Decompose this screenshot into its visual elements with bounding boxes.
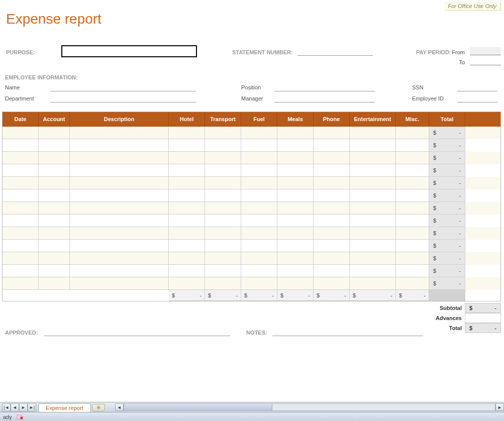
cell-fuel[interactable] xyxy=(241,227,277,240)
from-input[interactable] xyxy=(470,47,501,55)
manager-input[interactable] xyxy=(274,95,375,102)
cell-hotel[interactable] xyxy=(169,139,205,152)
nav-last-icon[interactable]: ►| xyxy=(28,403,36,411)
cell-date[interactable] xyxy=(3,265,39,277)
cell-entertainment[interactable] xyxy=(350,164,396,177)
cell-entertainment[interactable] xyxy=(350,277,396,290)
cell-hotel[interactable] xyxy=(169,189,205,202)
cell-fuel[interactable] xyxy=(241,252,277,265)
sheet-tab-expense-report[interactable]: Expense report xyxy=(38,403,91,412)
cell-transport[interactable] xyxy=(205,152,241,164)
cell-transport[interactable] xyxy=(205,139,241,152)
cell-meals[interactable] xyxy=(277,164,314,177)
cell-fuel[interactable] xyxy=(241,152,277,164)
cell-entertainment[interactable] xyxy=(350,215,396,227)
cell-misc[interactable] xyxy=(396,202,429,215)
cell-account[interactable] xyxy=(39,252,70,265)
cell-fuel[interactable] xyxy=(241,139,277,152)
cell-date[interactable] xyxy=(3,152,39,164)
cell-misc[interactable] xyxy=(396,252,429,265)
cell-misc[interactable] xyxy=(396,277,429,290)
cell-phone[interactable] xyxy=(314,139,350,152)
cell-meals[interactable] xyxy=(277,252,314,265)
cell-entertainment[interactable] xyxy=(350,265,396,277)
cell-phone[interactable] xyxy=(314,215,350,227)
ssn-input[interactable] xyxy=(457,84,497,91)
cell-phone[interactable] xyxy=(314,127,350,139)
cell-fuel[interactable] xyxy=(241,164,277,177)
macro-record-icon[interactable] xyxy=(16,413,24,420)
cell-hotel[interactable] xyxy=(169,265,205,277)
cell-transport[interactable] xyxy=(205,277,241,290)
cell-fuel[interactable] xyxy=(241,277,277,290)
cell-meals[interactable] xyxy=(277,227,314,240)
cell-phone[interactable] xyxy=(314,265,350,277)
cell-hotel[interactable] xyxy=(169,277,205,290)
cell-hotel[interactable] xyxy=(169,164,205,177)
cell-entertainment[interactable] xyxy=(350,139,396,152)
cell-hotel[interactable] xyxy=(169,240,205,252)
cell-hotel[interactable] xyxy=(169,215,205,227)
cell-description[interactable] xyxy=(70,265,169,277)
cell-description[interactable] xyxy=(70,202,169,215)
cell-entertainment[interactable] xyxy=(350,127,396,139)
hscroll-track[interactable] xyxy=(124,403,495,411)
cell-date[interactable] xyxy=(3,240,39,252)
cell-phone[interactable] xyxy=(314,189,350,202)
cell-entertainment[interactable] xyxy=(350,202,396,215)
cell-fuel[interactable] xyxy=(241,127,277,139)
cell-date[interactable] xyxy=(3,189,39,202)
advances-input[interactable] xyxy=(465,313,501,323)
cell-entertainment[interactable] xyxy=(350,240,396,252)
name-input[interactable] xyxy=(50,84,196,91)
cell-phone[interactable] xyxy=(314,202,350,215)
cell-misc[interactable] xyxy=(396,164,429,177)
cell-meals[interactable] xyxy=(277,177,314,189)
cell-transport[interactable] xyxy=(205,265,241,277)
cell-account[interactable] xyxy=(39,177,70,189)
hscroll-left-icon[interactable]: ◄ xyxy=(115,403,124,411)
cell-misc[interactable] xyxy=(396,152,429,164)
cell-fuel[interactable] xyxy=(241,265,277,277)
cell-misc[interactable] xyxy=(396,139,429,152)
cell-transport[interactable] xyxy=(205,252,241,265)
to-input[interactable] xyxy=(470,57,501,65)
cell-description[interactable] xyxy=(70,189,169,202)
cell-fuel[interactable] xyxy=(241,177,277,189)
cell-description[interactable] xyxy=(70,215,169,227)
cell-entertainment[interactable] xyxy=(350,252,396,265)
cell-description[interactable] xyxy=(70,177,169,189)
cell-date[interactable] xyxy=(3,164,39,177)
cell-meals[interactable] xyxy=(277,127,314,139)
cell-hotel[interactable] xyxy=(169,127,205,139)
cell-account[interactable] xyxy=(39,277,70,290)
cell-account[interactable] xyxy=(39,240,70,252)
cell-phone[interactable] xyxy=(314,152,350,164)
cell-meals[interactable] xyxy=(277,152,314,164)
statement-number-input[interactable] xyxy=(297,55,373,56)
position-input[interactable] xyxy=(274,84,375,91)
cell-transport[interactable] xyxy=(205,215,241,227)
cell-transport[interactable] xyxy=(205,177,241,189)
cell-date[interactable] xyxy=(3,277,39,290)
cell-transport[interactable] xyxy=(205,227,241,240)
cell-hotel[interactable] xyxy=(169,227,205,240)
cell-date[interactable] xyxy=(3,202,39,215)
cell-meals[interactable] xyxy=(277,265,314,277)
cell-date[interactable] xyxy=(3,177,39,189)
cell-entertainment[interactable] xyxy=(350,177,396,189)
cell-transport[interactable] xyxy=(205,240,241,252)
cell-fuel[interactable] xyxy=(241,240,277,252)
cell-entertainment[interactable] xyxy=(350,227,396,240)
cell-date[interactable] xyxy=(3,139,39,152)
cell-hotel[interactable] xyxy=(169,202,205,215)
cell-account[interactable] xyxy=(39,164,70,177)
cell-description[interactable] xyxy=(70,240,169,252)
cell-date[interactable] xyxy=(3,215,39,227)
cell-account[interactable] xyxy=(39,265,70,277)
cell-transport[interactable] xyxy=(205,127,241,139)
cell-description[interactable] xyxy=(70,139,169,152)
employee-id-input[interactable] xyxy=(457,95,497,102)
cell-entertainment[interactable] xyxy=(350,189,396,202)
hscroll-thumb[interactable] xyxy=(124,404,272,410)
